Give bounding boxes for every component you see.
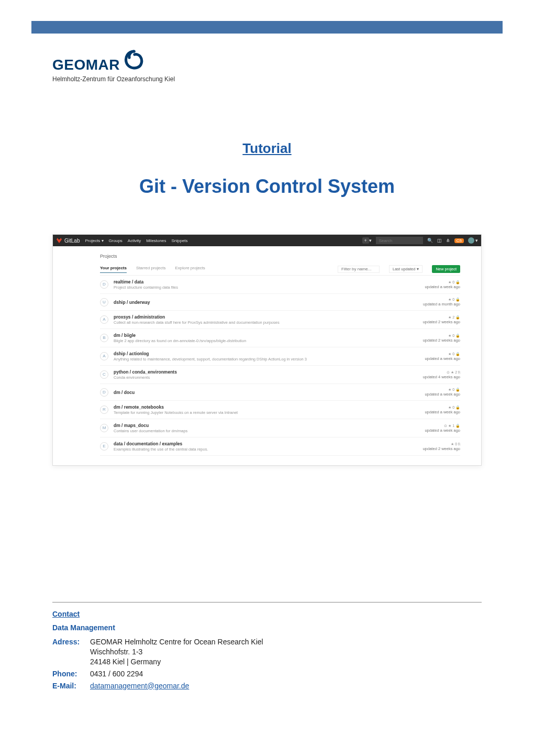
phone-label: Phone: [52,669,90,679]
address-line1: GEOMAR Helmholtz Centre for Ocean Resear… [90,638,263,646]
tab-starred-projects[interactable]: Starred projects [136,266,165,272]
project-title[interactable]: dm / biigle [114,333,418,338]
project-row[interactable]: Rdm / remote_notebooksTemplate for runni… [100,401,460,419]
project-title[interactable]: proxsys / administration [114,314,418,320]
issues-icon[interactable]: ◫ [437,238,442,243]
logo-block: GEOMAR Helmholtz-Zentrum für Ozeanforsch… [52,49,534,83]
contact-subheading: Data Management [52,623,482,632]
project-tabs-row: Your projects Starred projects Explore p… [100,262,460,276]
project-title[interactable]: realtime / data [114,279,419,284]
project-title[interactable]: python / conda_environments [114,369,418,375]
project-updated: updated 2 weeks ago [423,446,460,451]
project-description: Template for running Jupyter Notebooks o… [114,410,419,415]
gitlab-top-nav: GitLab Projects ▾ Groups Activity Milest… [53,235,481,246]
project-stat-icons: ★ 0 ⎘ [423,442,460,446]
project-stat-icons: ★ 0 🔒 [423,334,460,338]
project-title[interactable]: dm / docu [114,390,419,395]
project-title[interactable]: data / documentation / examples [114,441,418,446]
project-title[interactable]: dm / remote_notebooks [114,404,419,410]
project-avatar: A [100,315,108,324]
user-avatar[interactable] [468,237,474,244]
mr-icon[interactable]: ⋔ [446,238,450,243]
gitlab-logo-icon [56,237,62,244]
project-avatar: M [100,424,108,432]
address-line2: Wischhofstr. 1-3 [90,648,142,656]
nav-projects[interactable]: Projects ▾ [85,238,103,243]
project-stat-icons: ★ 0 🔒 [425,280,460,284]
contact-section: Contact Data Management Adress: GEOMAR H… [52,602,482,691]
email-link[interactable]: datamanagement@geomar.de [90,682,189,690]
tab-explore-projects[interactable]: Explore projects [175,266,205,272]
project-description: Collect all non-research data stuff here… [114,320,418,325]
project-stat-icons: ★ 0 🔒 [425,406,460,410]
project-avatar: D [100,280,108,289]
project-row[interactable]: Bdm / biigleBiigle 2 app directory as fo… [100,329,460,347]
project-description: Conda environments [114,375,418,380]
gitlab-brand[interactable]: GitLab [56,237,80,244]
project-updated: updated 4 weeks ago [423,375,460,379]
project-avatar: R [100,406,108,414]
project-row[interactable]: Adship / actionlogAnything related to ma… [100,347,460,366]
logo-subtitle: Helmholtz-Zentrum für Ozeanforschung Kie… [52,75,534,83]
search-icon[interactable]: 🔍 [427,238,433,243]
tab-your-projects[interactable]: Your projects [100,266,127,273]
project-row[interactable]: Cpython / conda_environmentsConda enviro… [100,366,460,384]
project-title[interactable]: dm / maps_docu [114,423,419,428]
project-stat-icons: ★ 0 🔒 [425,352,460,356]
project-row[interactable]: Ddm / docu★ 0 🔒updated a week ago [100,384,460,401]
address-label: Adress: [52,637,90,667]
project-avatar: B [100,334,108,342]
gitlab-screenshot: GitLab Projects ▾ Groups Activity Milest… [52,234,482,466]
project-stat-icons: ⊙ ★ 2 ⎘ [423,370,460,375]
project-row[interactable]: Edata / documentation / examplesExamples… [100,437,460,456]
phone-value: 0431 / 600 2294 [90,670,143,678]
plus-icon[interactable]: + [362,237,369,244]
sort-dropdown[interactable]: Last updated ▾ [389,265,422,273]
todo-badge[interactable]: C5 [454,238,464,243]
project-row[interactable]: Aproxsys / administrationCollect all non… [100,311,460,329]
tutorial-heading: Tutorial [0,140,534,157]
new-project-button[interactable]: New project [432,265,460,273]
project-avatar: E [100,442,108,451]
project-title[interactable]: dship / actionlog [114,351,419,356]
logo-text: GEOMAR [52,57,120,73]
project-stat-icons: ★ 0 🔒 [425,388,460,392]
project-avatar: D [100,388,108,397]
project-updated: updated a week ago [425,392,460,397]
page-title: Git - Version Control System [0,176,534,198]
nav-groups[interactable]: Groups [109,238,123,243]
project-row[interactable]: Drealtime / dataProject structure contai… [100,276,460,294]
project-description: Biigle 2 app directory as found on dm-an… [114,338,418,343]
filter-by-name-input[interactable] [338,266,380,273]
project-updated: updated a week ago [425,410,460,414]
project-description: Project structure containing data files [114,285,419,290]
global-search-input[interactable] [376,237,423,244]
project-title[interactable]: dship / underway [114,300,418,305]
project-updated: updated a week ago [425,356,460,361]
project-updated: updated 2 weeks ago [423,320,460,324]
chevron-down-icon: ▾ [417,267,419,271]
project-description: Anything related to maintenance, develop… [114,357,419,361]
nav-snippets[interactable]: Snippets [171,238,187,243]
project-stat-icons: ⊙ ★ 1 🔒 [425,424,460,428]
swirl-icon [123,49,145,73]
project-row[interactable]: Udship / underway★ 0 🔒updated a month ag… [100,294,460,311]
project-updated: updated 2 weeks ago [423,338,460,343]
project-stat-icons: ★ 2 🔒 [423,315,460,320]
project-avatar: C [100,370,108,379]
project-avatar: A [100,352,108,360]
project-updated: updated a month ago [423,302,460,306]
project-row[interactable]: Mdm / maps_docuContains user documentati… [100,419,460,437]
project-list: Drealtime / dataProject structure contai… [100,276,460,456]
project-stat-icons: ★ 0 🔒 [423,298,460,302]
project-updated: updated a week ago [425,284,460,289]
project-avatar: U [100,298,108,306]
contact-heading: Contact [52,610,482,618]
nav-milestones[interactable]: Milestones [146,238,166,243]
project-description: Examples illustrating the use of the cen… [114,447,418,452]
email-label: E-Mail: [52,681,90,691]
nav-activity[interactable]: Activity [128,238,141,243]
address-line3: 24148 Kiel | Germany [90,658,161,666]
project-updated: updated a week ago [425,428,460,433]
projects-heading: Projects [100,250,460,262]
